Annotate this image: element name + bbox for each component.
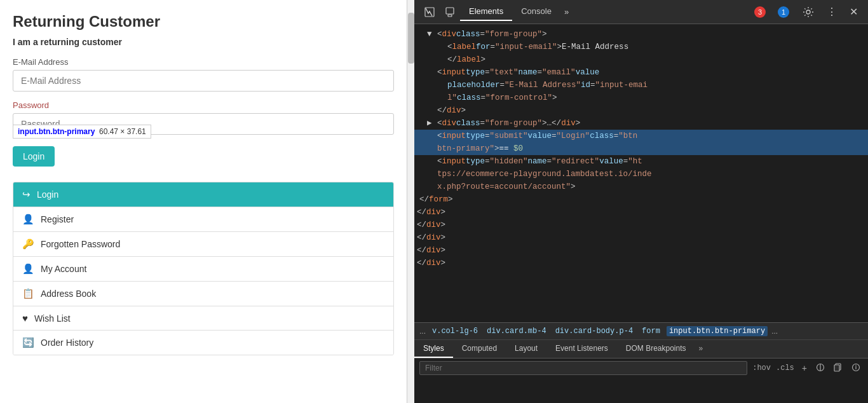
sidebar-item-address-book[interactable]: 📋 Address Book xyxy=(13,282,393,306)
settings-button[interactable] xyxy=(797,4,819,20)
inspect-styles-button[interactable] xyxy=(849,362,863,375)
filter-hint-hov: :hov xyxy=(752,364,771,372)
scrollbar[interactable] xyxy=(407,0,414,403)
error-badge-button[interactable]: 3 xyxy=(750,4,771,20)
code-line-highlighted: <input type="submit" value="Login" class… xyxy=(414,130,868,142)
code-line: </form> xyxy=(414,193,868,206)
sidebar-item-my-account[interactable]: 👤 My Account xyxy=(13,257,393,282)
code-line: placeholder="E-Mail Address" id="input-e… xyxy=(414,79,868,92)
breadcrumb-dots-left: ... xyxy=(419,327,426,336)
code-line: </div> xyxy=(414,104,868,117)
styles-tab-computed[interactable]: Computed xyxy=(453,340,506,358)
message-badge-button[interactable]: 1 xyxy=(774,4,795,20)
svg-rect-7 xyxy=(834,365,839,371)
order-icon: 🔄 xyxy=(22,337,34,348)
sidebar-nav: ↪ Login 👤 Register 🔑 Forgotten Password … xyxy=(13,182,394,355)
styles-tab-layout[interactable]: Layout xyxy=(506,340,546,358)
toggle-element-state-button[interactable] xyxy=(813,362,827,375)
code-line: <label for="input-email">E-Mail Address xyxy=(414,41,868,53)
register-icon: 👤 xyxy=(22,214,34,225)
breadcrumb-bar: ... v.col-lg-6 div.card.mb-4 div.card-bo… xyxy=(414,322,868,339)
devtools-toolbar: Elements Console » 3 1 ⋮ ✕ xyxy=(414,0,868,24)
login-button-container: input.btn.btn-primary 60.47 × 37.61 Logi… xyxy=(13,144,55,167)
expand-arrow[interactable]: ▶ xyxy=(427,117,435,130)
code-line: ▶ <div class="form-group">…</div> xyxy=(414,117,868,130)
inspect-element-button[interactable] xyxy=(419,4,440,20)
breadcrumb-col[interactable]: v.col-lg-6 xyxy=(430,326,480,336)
svg-point-3 xyxy=(806,10,810,14)
styles-tab-dom-breakpoints[interactable]: DOM Breakpoints xyxy=(617,340,695,358)
sidebar-item-login[interactable]: ↪ Login xyxy=(13,182,393,207)
tooltip-size: 60.47 × 37.61 xyxy=(99,127,146,136)
more-options-button[interactable]: ⋮ xyxy=(822,3,842,20)
element-tooltip: input.btn.btn-primary 60.47 × 37.61 xyxy=(13,125,151,139)
breadcrumb-cardbody[interactable]: div.card-body.p-4 xyxy=(553,326,635,336)
code-line: </label> xyxy=(414,53,868,66)
device-toolbar-button[interactable] xyxy=(440,4,460,20)
code-line: </div> xyxy=(414,257,868,270)
devtools-right-icons: 3 1 ⋮ ✕ xyxy=(750,3,863,20)
collapse-arrow: ▼ xyxy=(427,28,435,41)
sidebar-item-register[interactable]: 👤 Register xyxy=(13,207,393,232)
close-devtools-button[interactable]: ✕ xyxy=(844,3,863,20)
password-label: Password xyxy=(13,100,394,110)
sidebar-item-account-label: My Account xyxy=(41,264,86,274)
copy-styles-button[interactable] xyxy=(831,362,845,375)
sidebar-item-register-label: Register xyxy=(41,214,74,224)
sidebar-item-login-label: Login xyxy=(37,189,58,200)
login-button[interactable]: Login xyxy=(13,146,55,167)
page-subtitle: I am a returning customer xyxy=(13,37,394,47)
tab-console[interactable]: Console xyxy=(512,3,560,21)
scrollbar-thumb[interactable] xyxy=(408,13,414,64)
sidebar-item-wish-list[interactable]: ♥ Wish List xyxy=(13,306,393,331)
address-book-icon: 📋 xyxy=(22,288,34,299)
sidebar-item-wishlist-label: Wish List xyxy=(34,313,71,324)
styles-tab-more[interactable]: » xyxy=(695,340,707,358)
email-input[interactable] xyxy=(13,70,394,92)
page-title: Returning Customer xyxy=(13,13,394,31)
styles-panel: Styles Computed Layout Event Listeners D… xyxy=(414,339,868,403)
breadcrumb-card[interactable]: div.card.mb-4 xyxy=(484,326,549,336)
code-line: <input type="hidden" name="redirect" val… xyxy=(414,155,868,168)
message-count: 1 xyxy=(778,6,789,18)
sidebar-item-address-label: Address Book xyxy=(41,289,96,299)
account-icon: 👤 xyxy=(22,263,34,275)
tab-elements[interactable]: Elements xyxy=(460,3,512,21)
sidebar-item-forgotten-password[interactable]: 🔑 Forgotten Password xyxy=(13,232,393,257)
svg-rect-1 xyxy=(446,8,454,14)
devtools-panel: Elements Console » 3 1 ⋮ ✕ ▼ <div class=… xyxy=(414,0,868,403)
sidebar-item-forgotten-label: Forgotten Password xyxy=(41,239,120,249)
breadcrumb-dots-right: ... xyxy=(771,327,778,336)
code-line: ▼ <div class="form-group"> xyxy=(414,28,868,41)
sidebar-item-order-label: Order History xyxy=(41,338,93,348)
svg-rect-2 xyxy=(448,15,452,17)
code-line: x.php?route=account/account"> xyxy=(414,181,868,193)
code-line: </div> xyxy=(414,206,868,219)
tooltip-selector: input.btn.btn-primary xyxy=(18,127,95,136)
svg-point-10 xyxy=(855,364,857,365)
code-line: l" class="form-control"> xyxy=(414,92,868,104)
styles-tab-styles[interactable]: Styles xyxy=(414,340,453,358)
filter-hint-cls: .cls xyxy=(776,364,794,372)
add-style-rule-button[interactable]: + xyxy=(799,362,810,375)
styles-tab-event-listeners[interactable]: Event Listeners xyxy=(546,340,617,358)
heart-icon: ♥ xyxy=(22,313,28,324)
styles-filter-input[interactable] xyxy=(419,361,747,375)
code-line: </div> xyxy=(414,219,868,231)
email-label: E-Mail Address xyxy=(13,57,394,67)
tab-more-button[interactable]: » xyxy=(560,4,573,19)
login-icon: ↪ xyxy=(22,189,31,200)
code-line-highlighted: btn-primary"> == $0 xyxy=(414,142,868,155)
breadcrumb-form[interactable]: form xyxy=(639,326,663,336)
sidebar-item-order-history[interactable]: 🔄 Order History xyxy=(13,331,393,355)
styles-tabs: Styles Computed Layout Event Listeners D… xyxy=(414,340,868,359)
key-icon: 🔑 xyxy=(22,238,34,250)
left-panel: Returning Customer I am a returning cust… xyxy=(0,0,407,403)
code-panel: ▼ <div class="form-group"> <label for="i… xyxy=(414,24,868,322)
code-line: </div> xyxy=(414,244,868,257)
breadcrumb-input-active[interactable]: input.btn.btn-primary xyxy=(667,326,768,336)
code-line: <input type="text" name="email" value xyxy=(414,66,868,79)
filter-bar: :hov .cls + xyxy=(414,359,868,378)
code-line: tps://ecommerce-playground.lambdatest.io… xyxy=(414,168,868,181)
filter-icons: + xyxy=(799,362,863,375)
